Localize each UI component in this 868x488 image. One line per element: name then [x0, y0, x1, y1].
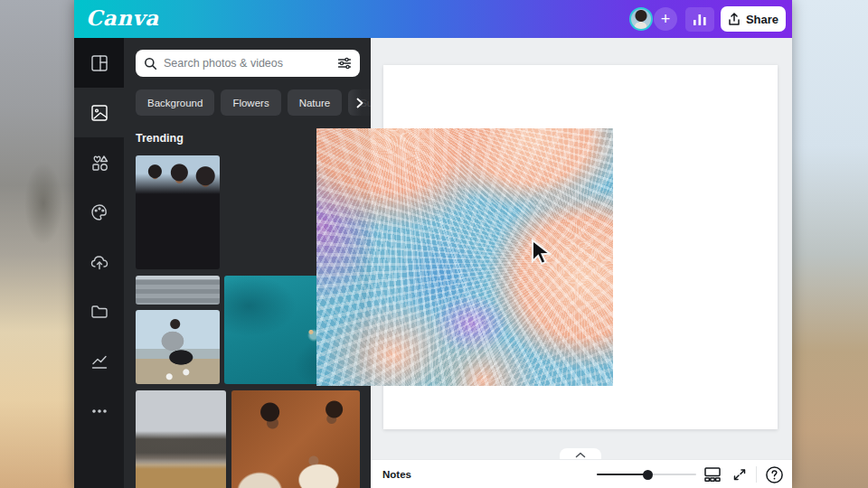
mouse-cursor-icon [530, 239, 553, 267]
charts-icon [90, 352, 109, 371]
filter-chip-row: Background Flowers Nature Surf [136, 89, 371, 116]
share-button-label: Share [746, 13, 778, 26]
share-button[interactable]: Share [721, 6, 786, 32]
user-avatar[interactable] [629, 7, 653, 31]
blurred-desktop-left [0, 0, 76, 488]
canva-logo[interactable]: Canva [86, 5, 159, 30]
chip-background[interactable]: Background [136, 89, 214, 116]
grid-view-button[interactable] [702, 464, 723, 485]
create-new-button[interactable]: + [654, 7, 677, 31]
top-bar: Canva + Share [74, 0, 792, 38]
blurred-desktop-right [792, 0, 868, 488]
sidebar-rail [74, 38, 124, 488]
photos-icon [90, 103, 109, 123]
expand-arrows-icon [731, 466, 748, 483]
notes-button[interactable]: Notes [382, 460, 411, 488]
search-input[interactable] [164, 57, 331, 70]
folders-icon [90, 302, 109, 322]
search-bar[interactable] [136, 50, 360, 77]
fullscreen-button[interactable] [729, 464, 750, 485]
pages-grid-icon [703, 466, 722, 483]
sidebar-item-styles[interactable] [74, 187, 124, 237]
chips-scroll-right-button[interactable] [348, 89, 371, 116]
help-icon [765, 465, 784, 484]
share-upload-icon [728, 13, 741, 26]
sidebar-item-more[interactable] [74, 386, 124, 436]
dragged-photo-pink-oyster-mushrooms[interactable] [316, 128, 613, 386]
help-button[interactable] [763, 464, 785, 485]
bar-chart-icon [692, 13, 708, 27]
section-title-trending: Trending [136, 132, 184, 145]
search-filters-icon[interactable] [337, 57, 352, 70]
bottom-bar-divider [756, 466, 757, 483]
plus-icon: + [661, 11, 671, 27]
elements-icon [90, 153, 109, 173]
photo-thumbnail-concrete-building[interactable] [136, 276, 220, 305]
zoom-slider-fill [597, 474, 647, 475]
more-dots-icon [90, 401, 109, 421]
chip-nature[interactable]: Nature [288, 89, 343, 116]
search-icon [144, 57, 157, 70]
bottom-bar: Notes [371, 459, 792, 488]
chevron-right-icon [356, 98, 363, 108]
styles-palette-icon [90, 202, 109, 222]
sidebar-item-photos[interactable] [74, 88, 124, 137]
photo-thumbnail-woman-in-hijab[interactable] [136, 310, 220, 384]
zoom-slider-thumb[interactable] [643, 470, 653, 480]
chevron-up-icon [575, 452, 586, 458]
insights-button[interactable] [685, 7, 714, 32]
sidebar-item-elements[interactable] [74, 137, 124, 187]
design-templates-icon [90, 53, 109, 73]
sidebar-item-design[interactable] [74, 38, 124, 88]
photo-thumbnail-three-people-portrait[interactable] [136, 155, 220, 269]
photo-thumbnail-mountain-landscape[interactable] [136, 390, 226, 488]
photo-thumbnail-family-with-baby[interactable] [231, 390, 360, 488]
uploads-cloud-icon [90, 252, 109, 272]
sidebar-item-folders[interactable] [74, 286, 124, 336]
screenshot-stage: Canva + Share [0, 0, 868, 488]
zoom-slider[interactable] [597, 474, 696, 475]
sidebar-item-uploads[interactable] [74, 237, 124, 286]
chip-flowers[interactable]: Flowers [221, 89, 280, 116]
sidebar-item-charts[interactable] [74, 336, 124, 386]
